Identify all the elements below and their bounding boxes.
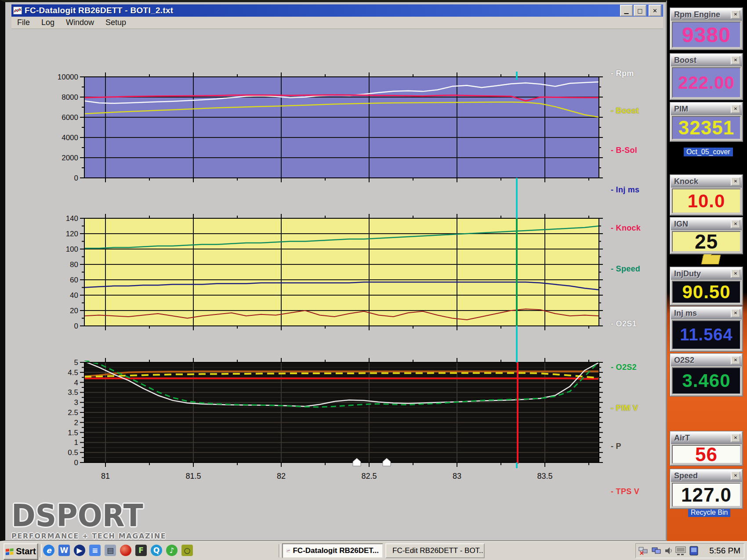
- legend-inj-ms: - Inj ms: [611, 185, 639, 195]
- legend-knock: - Knock: [611, 224, 641, 233]
- gauge-titlebar[interactable]: PIM✕: [671, 103, 742, 115]
- svg-text:✕: ✕: [639, 550, 644, 556]
- notes-icon[interactable]: ≡: [89, 545, 101, 556]
- volume-icon[interactable]: [664, 546, 673, 556]
- taskbar-divider[interactable]: [279, 544, 281, 557]
- gauge-titlebar[interactable]: Inj ms✕: [671, 307, 742, 319]
- media-player-icon[interactable]: ▶: [74, 545, 85, 556]
- gauge-title-label: Knock: [674, 177, 731, 186]
- y-axis-tick-label: 100: [66, 245, 78, 253]
- x-axis-tick-label: 83: [453, 472, 461, 481]
- system-tray: ✕ 5:56 PM: [635, 543, 744, 558]
- gauge-injduty: InjDuty✕90.50: [670, 267, 743, 305]
- y-axis-tick-label: 1.5: [68, 429, 78, 437]
- gauge-value: 32351: [672, 116, 741, 140]
- y-axis-tick-label: 6000: [62, 113, 78, 122]
- y-axis-tick-label: 8000: [62, 93, 78, 101]
- y-axis-tick-label: 10000: [58, 73, 78, 81]
- y-axis-tick-label: 3: [74, 398, 78, 407]
- gauge-pim: PIM✕32351: [670, 102, 743, 141]
- gauge-close-button[interactable]: ✕: [731, 220, 740, 228]
- legend-rpm: - Rpm: [611, 69, 634, 78]
- gauge-value: 3.460: [672, 367, 741, 394]
- gauge-knock: Knock✕10.0: [670, 175, 743, 215]
- display-settings-icon[interactable]: [675, 546, 686, 556]
- dual-display-icon[interactable]: [651, 546, 662, 556]
- gauge-titlebar[interactable]: AirT✕: [671, 432, 742, 444]
- fc-chart-icon: [286, 547, 290, 555]
- gauge-close-button[interactable]: ✕: [731, 56, 740, 65]
- y-axis-tick-label: 4: [74, 379, 78, 387]
- gauge-speed: Speed✕127.0: [670, 469, 743, 509]
- gauge-titlebar[interactable]: InjDuty✕: [671, 268, 742, 280]
- gauge-close-button[interactable]: ✕: [731, 177, 740, 186]
- x-axis-tick-label: 82.5: [361, 472, 377, 481]
- gauge-close-button[interactable]: ✕: [731, 356, 740, 365]
- start-button-label: Start: [16, 546, 36, 556]
- gauge-titlebar[interactable]: Speed✕: [671, 470, 742, 482]
- y-axis-tick-label: 3.5: [68, 388, 78, 397]
- quicktime-icon[interactable]: Q: [151, 545, 162, 556]
- gauge-title-label: Boost: [674, 56, 731, 65]
- network-offline-icon[interactable]: ✕: [638, 546, 649, 556]
- f-secure-icon[interactable]: F: [135, 545, 147, 556]
- gauge-value: 10.0: [672, 188, 741, 213]
- powerdvd-icon[interactable]: [120, 545, 131, 556]
- y-axis-tick-label: 2.5: [68, 408, 78, 417]
- y-axis-tick-label: 4.5: [68, 369, 78, 377]
- gauge-close-button[interactable]: ✕: [731, 105, 740, 113]
- y-axis-tick-label: 5: [74, 358, 78, 367]
- y-axis-tick-label: 20: [70, 307, 78, 315]
- y-axis-tick-label: 0.5: [68, 448, 78, 457]
- gauge-value: 9380: [672, 22, 741, 48]
- desktop-icon-oct-05-cover[interactable]: Oct_05_cover: [684, 148, 733, 156]
- chart-panel-voltages: 00.511.522.533.544.55: [68, 358, 603, 467]
- gauge-close-button[interactable]: ✕: [731, 269, 740, 278]
- gauge-close-button[interactable]: ✕: [731, 471, 740, 480]
- gauge-o2s2: O2S2✕3.460: [670, 354, 743, 396]
- pda-sync-icon[interactable]: [689, 546, 699, 556]
- gauge-value: 127.0: [672, 483, 741, 507]
- internet-explorer-icon[interactable]: e: [43, 545, 54, 556]
- taskbar-button-fc-datalogit[interactable]: FC-Datalogit RB26DET...: [282, 543, 383, 558]
- gauge-titlebar[interactable]: O2S2✕: [671, 354, 742, 366]
- legend-speed: - Speed: [611, 264, 640, 274]
- gauge-inj-ms: Inj ms✕11.564: [670, 307, 743, 351]
- gauge-titlebar[interactable]: IGN✕: [671, 218, 742, 230]
- gauge-title-label: O2S2: [674, 356, 731, 365]
- itunes-icon[interactable]: ♪: [166, 545, 178, 556]
- start-button[interactable]: Start: [4, 543, 38, 560]
- gauge-close-button[interactable]: ✕: [731, 434, 740, 442]
- tray-clock[interactable]: 5:56 PM: [709, 546, 741, 556]
- gauge-titlebar[interactable]: Rpm Engine✕: [671, 9, 742, 21]
- windows-update-icon[interactable]: W: [58, 545, 70, 556]
- clock-icon[interactable]: ○: [181, 545, 193, 556]
- x-axis-tick-label: 83.5: [537, 472, 552, 481]
- gauge-value: 222.00: [672, 67, 741, 98]
- y-axis-tick-label: 120: [66, 230, 78, 238]
- gauge-title-label: AirT: [674, 434, 731, 443]
- taskbar-divider[interactable]: [40, 544, 42, 557]
- y-axis-tick-label: 2000: [62, 154, 78, 162]
- y-axis-tick-label: 40: [70, 291, 78, 300]
- datalog-chart-area: 0200040006000800010000020406080100120140…: [0, 0, 747, 560]
- series-tps-v-line: [84, 378, 599, 379]
- gauge-titlebar[interactable]: Boost✕: [671, 54, 742, 66]
- gauge-titlebar[interactable]: Knock✕: [671, 176, 742, 188]
- x-axis-tick-label: 81: [101, 472, 110, 481]
- legend-pim-v: - PIM V: [611, 404, 638, 413]
- y-axis-tick-label: 140: [66, 214, 78, 223]
- x-axis-tick-label: 81.5: [185, 472, 201, 481]
- legend-o2s1: - O2S1: [611, 319, 637, 329]
- y-axis-tick-label: 0: [74, 174, 78, 182]
- folder-icon[interactable]: [701, 255, 721, 264]
- calculator-icon[interactable]: ▤: [105, 545, 116, 556]
- quick-launch-bar: eW▶≡▤FQ♪○: [43, 545, 193, 556]
- gauge-title-label: IGN: [674, 220, 731, 229]
- taskbar-button-fc-edit[interactable]: FC-Edit RB26DETT - BOT...: [385, 543, 485, 558]
- taskbar-button-label: FC-Edit RB26DETT - BOT...: [392, 546, 485, 555]
- y-axis-tick-label: 4000: [62, 134, 78, 142]
- desktop-icon-recycle-bin[interactable]: Recycle Bin: [688, 508, 730, 517]
- gauge-close-button[interactable]: ✕: [731, 309, 740, 318]
- gauge-close-button[interactable]: ✕: [731, 10, 740, 19]
